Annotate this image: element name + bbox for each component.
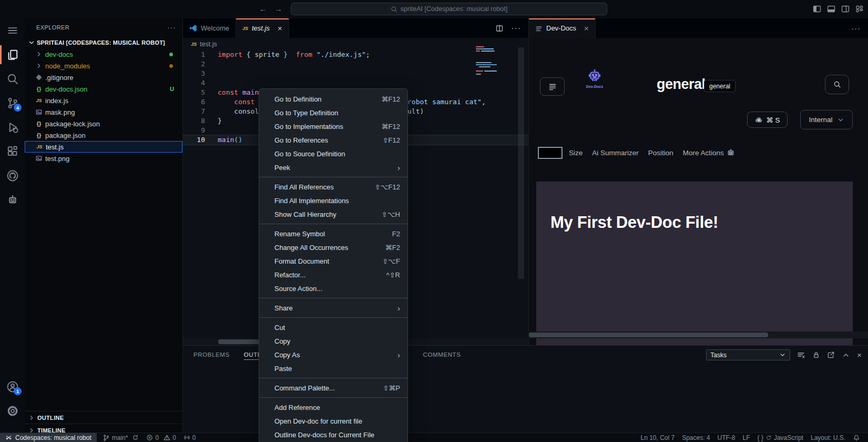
branch-indicator[interactable]: main* [99,433,143,442]
file-row--gitignore[interactable]: .gitignore [25,72,182,83]
file-row-mask-png[interactable]: mask.png [25,106,182,118]
open-in-editor-icon[interactable] [827,351,835,359]
encoding[interactable]: UTF-8 [714,433,739,442]
toggle-secondary-sidebar-icon[interactable] [841,5,850,13]
panel-tab-problems[interactable]: PROBLEMS [193,351,230,358]
devdocs-visibility-dropdown[interactable]: Internal [800,110,853,129]
clear-output-icon[interactable] [797,351,805,359]
menu-item-rename-symbol[interactable]: Rename SymbolF2 [259,227,407,240]
file-row-test-png[interactable]: test.png [25,153,182,164]
accounts-icon[interactable]: 1 [0,375,25,399]
webview-horizontal-scrollbar[interactable] [529,332,868,338]
tab-welcome[interactable]: Welcome [183,18,236,38]
menu-item-cut[interactable]: Cut [259,320,407,334]
menu-item-command-palette[interactable]: Command Palette...⇧⌘P [259,381,407,395]
search-icon [391,6,397,13]
menu-item-go-to-definition[interactable]: Go to Definition⌘F12 [259,92,407,106]
document-heading: My First Dev-Doc File! [550,213,718,232]
devdocs-tool-more-actions[interactable]: More Actions [683,148,735,157]
lock-scroll-icon[interactable] [812,351,820,359]
sync-icon[interactable] [132,434,139,441]
language-mode[interactable]: { } JavaScript [754,433,807,442]
menu-item-copy[interactable]: Copy [259,334,407,348]
close-tab-icon[interactable]: × [584,24,589,33]
output-channel-dropdown[interactable]: Tasks [706,349,790,360]
devdocs-tool-size[interactable]: Size [569,149,583,157]
eol[interactable]: LF [739,433,754,442]
menu-item-refactor[interactable]: Refactor...^⇧R [259,268,407,282]
ports-icon [183,434,190,441]
explorer-more-actions-icon[interactable]: ··· [167,23,176,32]
run-debug-icon[interactable] [0,115,25,139]
editor-context-menu: Go to Definition⌘F12Go to Type Definitio… [259,88,408,442]
project-root-row[interactable]: SPRITEAI [CODESPACES: MUSICAL ROBOT] [25,36,182,48]
close-panel-icon[interactable]: × [857,350,862,359]
menu-item-go-to-implementations[interactable]: Go to Implementations⌘F12 [259,119,407,133]
menu-item-source-action[interactable]: Source Action... [259,282,407,295]
devdocs-extension-icon[interactable] [0,188,25,212]
menu-item-go-to-references[interactable]: Go to References⇧F12 [259,133,407,147]
file-row-package-json[interactable]: {}package.json [25,129,182,141]
notifications-bell-icon[interactable] [849,433,864,442]
toggle-panel-icon[interactable] [827,5,835,13]
menu-item-show-call-hierarchy[interactable]: Show Call Hierarchy⇧⌥H [259,207,407,221]
file-label: node_modules [45,62,90,70]
menu-item-change-all-occurrences[interactable]: Change All Occurrences⌘F2 [259,240,407,254]
file-row-test-js[interactable]: JStest.js [25,141,182,153]
ports-indicator[interactable]: 0 [180,433,200,442]
menu-item-find-all-implementations[interactable]: Find All Implementations [259,194,407,207]
keyboard-layout[interactable]: Layout: U.S. [807,433,849,442]
settings-gear-icon[interactable] [0,399,25,423]
split-editor-icon[interactable] [495,24,504,33]
devdocs-tool-ai-summarizer[interactable]: Ai Summarizer [592,149,639,157]
menu-item-peek[interactable]: Peek› [259,160,407,174]
devdocs-search-button[interactable] [825,75,849,94]
menu-item-open-dev-doc-for-current-file[interactable]: Open Dev-doc for current file [259,414,407,428]
cursor-position[interactable]: Ln 10, Col 7 [637,433,678,442]
breadcrumb[interactable]: JS test.js [183,38,217,50]
back-arrow-icon[interactable]: ← [259,4,267,13]
outline-section[interactable]: OUTLINE [25,411,182,424]
menu-item-share[interactable]: Share› [259,301,407,315]
line-number: 6 [183,97,205,107]
remote-indicator[interactable]: Codespaces: musical robot [0,433,97,442]
menu-hamburger-icon[interactable] [0,18,25,43]
file-row-dev-docs-json[interactable]: {}dev-docs.jsonU [25,83,182,95]
menu-item-go-to-type-definition[interactable]: Go to Type Definition [259,106,407,119]
panel-tab-comments[interactable]: COMMENTS [423,351,461,358]
extensions-icon[interactable] [0,139,25,164]
menu-item-paste[interactable]: Paste [259,361,407,375]
file-row-package-lock-json[interactable]: {}package-lock.json [25,118,182,129]
devdocs-tool-position[interactable]: Position [648,149,673,157]
explorer-icon[interactable] [0,43,25,67]
devdocs-save-button[interactable]: ⌘ S [747,112,788,128]
color-swatch[interactable] [538,147,563,159]
menu-item-add-reference[interactable]: Add Reference [259,400,407,414]
maximize-panel-icon[interactable] [842,351,850,359]
command-center-search[interactable]: spriteAI [Codespaces: musical robot] [291,3,607,15]
problems-indicator[interactable]: 0 0 [142,433,179,442]
forward-arrow-icon[interactable]: → [274,4,282,13]
editor-more-actions-icon[interactable]: ··· [511,24,521,33]
github-icon[interactable] [0,164,25,188]
file-row-node-modules[interactable]: node_modules [25,60,182,72]
close-tab-icon[interactable]: × [278,24,282,33]
toggle-sidebar-icon[interactable] [813,5,821,13]
tab-devdocs[interactable]: Dev-Docs × [529,18,596,38]
menu-item-copy-as[interactable]: Copy As› [259,348,407,361]
vertical-scrollbar[interactable] [518,47,524,279]
devdocs-more-actions-icon[interactable]: ··· [851,24,861,33]
file-row-dev-docs[interactable]: dev-docs [25,48,182,60]
menu-item-outline-dev-docs-for-current-file[interactable]: Outline Dev-docs for Current File [259,428,407,441]
source-control-icon[interactable]: 4 [0,91,25,115]
indentation[interactable]: Spaces: 4 [678,433,713,442]
menu-item-format-document[interactable]: Format Document⇧⌥F [259,254,407,268]
search-sidebar-icon[interactable] [0,67,25,91]
minimap[interactable] [476,46,508,109]
file-row-index-js[interactable]: JSindex.js [25,95,182,106]
menu-item-go-to-source-definition[interactable]: Go to Source Definition [259,147,407,160]
tab-testjs[interactable]: JS test.js × [236,18,289,38]
menu-item-find-all-references[interactable]: Find All References⇧⌥F12 [259,180,407,194]
devdocs-menu-button[interactable] [540,77,565,96]
customize-layout-icon[interactable] [855,5,864,13]
